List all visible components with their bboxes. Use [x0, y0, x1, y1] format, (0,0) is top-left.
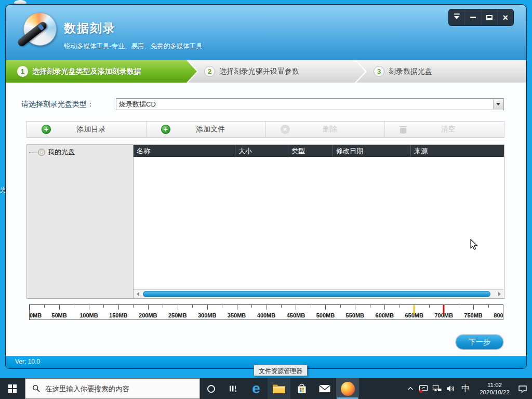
firefox-button[interactable]: [336, 378, 359, 399]
column-header-source[interactable]: 来源: [411, 145, 504, 157]
maximize-icon: [486, 15, 493, 20]
file-list-body[interactable]: [134, 157, 504, 289]
file-toolbar: + 添加目录 + 添加文件 × 删除 清空: [26, 121, 504, 138]
dropdown-arrow-button[interactable]: [493, 99, 503, 109]
file-list-panel: 名称 大小 类型 修改日期 来源: [134, 145, 504, 298]
ruler-tick-label: 750MB: [464, 312, 482, 318]
ruler-tick-label: 450MB: [287, 312, 305, 318]
step-1-label: 选择刻录光盘类型及添加刻录数据: [32, 67, 141, 76]
triangle-right-icon: [498, 292, 503, 296]
mail-icon: [318, 384, 331, 393]
tree-branch-line: [29, 152, 36, 153]
mouse-cursor: [470, 239, 479, 251]
cd-700mb-limit-marker: [443, 305, 445, 314]
file-explorer-button[interactable]: [268, 378, 290, 399]
disc-tree-panel: 我的光盘: [27, 145, 134, 298]
scroll-right-button[interactable]: [496, 290, 504, 298]
window-controls: ×: [448, 9, 514, 26]
action-center-button[interactable]: [517, 384, 528, 393]
app-subtitle: 锐动多媒体工具-专业、易用、免费的多媒体工具: [64, 42, 203, 51]
show-hidden-icons-button[interactable]: [406, 384, 415, 393]
ruler-tick-label: 350MB: [228, 312, 246, 318]
column-header-name[interactable]: 名称: [134, 145, 235, 157]
store-icon: [296, 383, 308, 394]
clear-button[interactable]: 清空: [385, 122, 504, 137]
taskbar-clock[interactable]: 11:02 2020/10/22: [475, 381, 514, 396]
disc-type-value: 烧录数据CD: [119, 99, 156, 110]
app-logo-disc-icon: [17, 11, 58, 52]
edge-button[interactable]: e: [245, 378, 268, 399]
scrollbar-thumb[interactable]: [143, 291, 490, 297]
ruler-tick: [296, 305, 296, 310]
trash-icon: [400, 125, 407, 134]
ruler-tick: [459, 305, 459, 308]
step-1-tab[interactable]: 1 选择刻录光盘类型及添加刻录数据: [6, 60, 197, 83]
ruler-tick: [267, 305, 267, 310]
ruler-tick: [311, 305, 311, 308]
file-panels: 我的光盘 名称 大小 类型 修改日期 来源: [26, 144, 504, 299]
store-button[interactable]: [290, 378, 313, 399]
ruler-tick-label: 0MB: [30, 312, 42, 318]
start-button[interactable]: [0, 378, 25, 399]
search-input[interactable]: [45, 385, 191, 393]
screen-cast-tray-button[interactable]: [418, 384, 429, 393]
ruler-tick: [488, 305, 489, 308]
ime-indicator[interactable]: 中: [459, 383, 472, 394]
scroll-left-button[interactable]: [134, 290, 142, 298]
background-desktop-icon-fragment: [14, 0, 26, 4]
capacity-ruler: 0MB50MB100MB150MB200MB250MB300MB350MB400…: [29, 304, 503, 320]
triangle-left-icon: [135, 292, 139, 296]
close-button[interactable]: ×: [498, 9, 513, 25]
ruler-tick: [30, 305, 30, 310]
disc-type-dropdown[interactable]: 烧录数据CD: [116, 98, 504, 110]
close-icon: ×: [503, 14, 509, 21]
step-2-label: 选择刻录光驱并设置参数: [219, 67, 299, 76]
column-header-type[interactable]: 类型: [288, 145, 333, 157]
file-explorer-tooltip: 文件资源管理器: [254, 365, 308, 376]
cortana-button[interactable]: [200, 378, 222, 399]
next-step-button[interactable]: 下一步: [456, 335, 503, 350]
volume-tray-button[interactable]: [446, 384, 456, 393]
horizontal-scrollbar[interactable]: [134, 289, 504, 298]
ruler-tick-label: 400MB: [257, 312, 275, 318]
cortana-circle-icon: [207, 385, 215, 393]
ruler-tick: [340, 305, 341, 308]
minimize-icon: [470, 17, 476, 18]
mail-button[interactable]: [313, 378, 336, 399]
ruler-tick: [207, 305, 208, 310]
delete-button[interactable]: × 删除: [266, 122, 385, 137]
ruler-tick: [222, 305, 222, 308]
cd-650mb-limit-marker: [414, 305, 415, 314]
add-directory-button[interactable]: + 添加目录: [27, 122, 147, 137]
column-header-modified[interactable]: 修改日期: [333, 145, 411, 157]
ruler-tick: [44, 305, 45, 308]
maximize-button[interactable]: [482, 9, 498, 25]
chevron-down-icon: [496, 103, 500, 108]
add-file-button[interactable]: + 添加文件: [147, 122, 266, 137]
ruler-tick: [281, 305, 282, 308]
ruler-tick-label: 100MB: [79, 312, 98, 318]
ruler-tick-label: 600MB: [376, 312, 394, 318]
version-text: Ver: 10.0: [15, 358, 40, 365]
ruler-tick: [118, 305, 119, 310]
ruler-tick-label: 500MB: [316, 312, 335, 318]
windows-logo-icon: [8, 384, 17, 393]
step-3-badge: 3: [374, 66, 384, 77]
ruler-tick: [59, 305, 60, 310]
ruler-tick: [370, 305, 370, 308]
column-header-size[interactable]: 大小: [235, 145, 288, 157]
ruler-tick-label: 200MB: [139, 312, 157, 318]
minimize-button[interactable]: [465, 9, 481, 25]
ruler-tick: [163, 305, 163, 308]
add-circle-icon: +: [161, 125, 170, 134]
edge-icon: e: [252, 381, 260, 396]
file-list-header: 名称 大小 类型 修改日期 来源: [134, 145, 504, 157]
ruler-tick: [178, 305, 178, 310]
file-explorer-icon: [272, 383, 286, 394]
task-view-button[interactable]: [222, 378, 245, 399]
window-menu-button[interactable]: [449, 9, 465, 25]
tree-item-my-disc[interactable]: 我的光盘: [27, 145, 133, 157]
app-title: 数据刻录: [64, 20, 116, 36]
taskbar-search[interactable]: [25, 378, 200, 399]
network-tray-button[interactable]: [432, 384, 442, 393]
